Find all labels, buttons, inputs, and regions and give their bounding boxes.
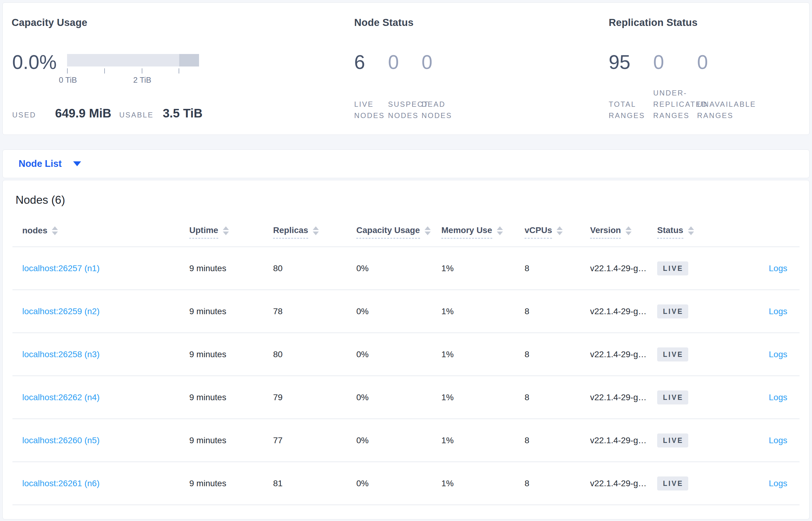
replicas-cell: 81 [273,462,356,505]
axis-tick [142,68,142,73]
column-header-label: vCPUs [525,225,552,239]
chevron-down-icon [73,161,81,166]
uptime-cell: 9 minutes [189,462,273,505]
uptime-cell: 9 minutes [189,247,273,290]
usable-value: 3.5 TiB [163,107,202,120]
column-header-label: Capacity Usage [356,225,420,239]
vcpus-cell: 8 [525,290,590,333]
sort-icon[interactable] [556,226,563,235]
capacity-usage-cell: 0% [356,247,441,290]
status-badge: LIVE [657,262,688,275]
usable-label: USABLE [119,111,153,119]
status-badge: LIVE [657,433,688,448]
column-header-label: Status [657,225,684,239]
sort-icon[interactable] [497,226,503,235]
capacity-usage-title: Capacity Usage [11,17,88,28]
axis-tick-label: 2 TiB [133,75,151,85]
capacity-usage-bar [67,54,199,67]
axis-tick [67,68,68,73]
sort-icon[interactable] [425,226,431,235]
node-list-dropdown[interactable]: Node List [19,150,81,178]
stat-value: 0 [422,51,432,73]
axis-tick [178,68,179,73]
column-header-uptime[interactable]: Uptime [189,218,273,247]
column-header-vcpus[interactable]: vCPUs [525,218,590,247]
column-header-label: nodes [22,226,47,238]
version-cell: v22.1.4-29-g… [590,290,657,333]
memory-use-cell: 1% [441,462,525,505]
memory-use-cell: 1% [441,290,525,333]
table-row: localhost:26257 (n1) 9 minutes 80 0% 1% … [13,247,799,290]
column-header-version[interactable]: Version [590,218,657,247]
replicas-cell: 77 [273,419,356,462]
status-badge: LIVE [657,390,688,405]
node-link[interactable]: localhost:26260 (n5) [22,436,100,445]
table-row: localhost:26262 (n4) 9 minutes 79 0% 1% … [13,376,799,419]
node-link[interactable]: localhost:26259 (n2) [22,307,100,316]
uptime-cell: 9 minutes [189,419,273,462]
logs-link[interactable]: Logs [769,479,787,488]
vcpus-cell: 8 [525,462,590,505]
capacity-usage-cell: 0% [356,376,441,419]
nodes-table-card: Nodes (6) nodes Uptime Replicas [2,180,810,519]
logs-link[interactable]: Logs [769,264,787,273]
node-link[interactable]: localhost:26257 (n1) [22,264,100,273]
axis-tick-label: 0 TiB [59,75,77,85]
replicas-cell: 80 [273,247,356,290]
status-badge: LIVE [657,476,688,491]
used-value: 649.9 MiB [55,107,112,120]
memory-use-cell: 1% [441,333,525,376]
node-list-dropdown-label: Node List [19,158,62,169]
stat-value: 6 [354,51,365,73]
logs-column-header [728,218,799,247]
sort-icon[interactable] [52,226,58,235]
vcpus-cell: 8 [525,419,590,462]
vcpus-cell: 8 [525,333,590,376]
stat-label: LIVE NODES [354,98,385,121]
sort-icon[interactable] [688,226,694,235]
nodes-table-title: Nodes (6) [16,194,65,206]
capacity-legend: USED 649.9 MiB USABLE 3.5 TiB [12,107,202,120]
capacity-usage-cell: 0% [356,419,441,462]
replicas-cell: 79 [273,376,356,419]
node-link[interactable]: localhost:26258 (n3) [22,349,100,359]
cluster-overview-card: Capacity Usage 0.0% 0 TiB 2 TiB USED 649… [2,2,810,135]
memory-use-cell: 1% [441,247,525,290]
column-header-status[interactable]: Status [657,218,728,247]
view-selector-bar: Node List [2,150,810,178]
logs-link[interactable]: Logs [769,349,787,359]
node-link[interactable]: localhost:26261 (n6) [22,479,100,488]
table-row: localhost:26260 (n5) 9 minutes 77 0% 1% … [13,419,799,462]
stat-value: 0 [697,51,708,73]
replicas-cell: 80 [273,333,356,376]
logs-link[interactable]: Logs [769,436,787,445]
sort-icon[interactable] [313,226,319,235]
node-status-title: Node Status [354,17,414,28]
column-header-nodes[interactable]: nodes [13,218,189,247]
column-header-capacity-usage[interactable]: Capacity Usage [356,218,441,247]
column-header-memory-use[interactable]: Memory Use [441,218,525,247]
vcpus-cell: 8 [525,376,590,419]
sort-icon[interactable] [223,226,229,235]
node-link[interactable]: localhost:26262 (n4) [22,392,100,402]
memory-use-cell: 1% [441,376,525,419]
capacity-usage-cell: 0% [356,290,441,333]
stat-value: 0 [388,51,399,73]
version-cell: v22.1.4-29-g… [590,376,657,419]
column-header-label: Replicas [273,225,308,239]
capacity-percent: 0.0% [12,51,57,73]
status-badge: LIVE [657,347,688,361]
column-header-replicas[interactable]: Replicas [273,218,356,247]
sort-icon[interactable] [625,226,631,235]
logs-link[interactable]: Logs [769,392,787,402]
version-cell: v22.1.4-29-g… [590,419,657,462]
stat-label: UNAVAILABLE RANGES [697,98,756,121]
replicas-cell: 78 [273,290,356,333]
stat-value: 95 [609,51,630,73]
status-badge: LIVE [657,304,688,318]
version-cell: v22.1.4-29-g… [590,462,657,505]
uptime-cell: 9 minutes [189,290,273,333]
logs-link[interactable]: Logs [769,307,787,316]
capacity-bar-dark-segment [179,54,199,67]
axis-tick [104,68,105,73]
